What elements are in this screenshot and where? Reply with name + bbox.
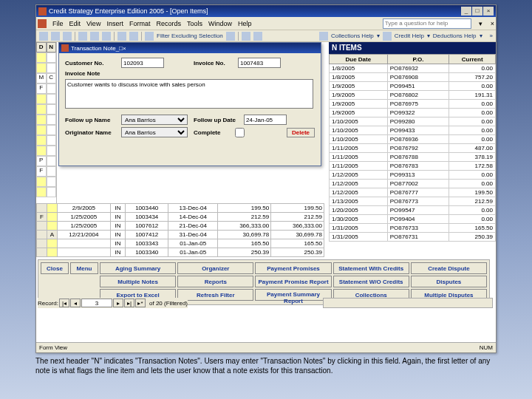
inner-close-button[interactable]: × (123, 45, 126, 52)
menu-window[interactable]: Window (208, 20, 232, 27)
menu-button-bottom[interactable]: Menu (70, 262, 98, 274)
table-row[interactable]: F1/25/2005IN100343414-Dec-04212.59212.59 (37, 213, 324, 222)
table-row[interactable]: 1/12/2005PO993130.00 (330, 171, 496, 180)
table-row[interactable]: 1/30/2005PO994040.00 (330, 215, 496, 224)
print-icon[interactable] (63, 32, 72, 41)
delete-button[interactable]: Delete (287, 128, 315, 137)
form-icon (61, 44, 69, 52)
table-row[interactable]: 1/11/2005PO876788378.19 (330, 153, 496, 162)
menu-edit[interactable]: Edit (69, 20, 81, 27)
originator-name-select[interactable]: Ana Barrios (121, 127, 188, 137)
table-row[interactable]: 2/9/2005IN100344013-Dec-04199.50199.50 (37, 204, 324, 213)
statement-credits-button[interactable]: Statement With Credits (333, 262, 409, 274)
nav-new-button[interactable]: ▸* (135, 299, 146, 307)
maximize-button[interactable]: □ (472, 7, 482, 16)
collections-icon[interactable] (319, 32, 328, 41)
table-row[interactable]: 1/10/2005PO992800.00 (330, 117, 496, 126)
followup-date-input[interactable] (244, 115, 287, 125)
table-row[interactable]: 1/11/2005PO876783172.58 (330, 162, 496, 171)
table-row[interactable]: 1/8/2005PO8769320.00 (330, 64, 496, 73)
complete-checkbox[interactable] (235, 128, 245, 137)
inner-title-text: Transaction Note (71, 45, 116, 52)
cut-icon[interactable] (78, 32, 87, 41)
table-row[interactable]: 1/11/2005PO876792487.00 (330, 144, 496, 153)
invoice-note-textarea[interactable]: Customer wants to discuss invoice with s… (65, 79, 313, 109)
nav-first-button[interactable]: |◂ (59, 299, 69, 307)
table-row[interactable]: 1/10/2005PO8769360.00 (330, 135, 496, 144)
table-row[interactable]: 1/13/2005PO876773212.59 (330, 197, 496, 206)
horizontal-scrollbar[interactable] (323, 298, 493, 308)
table-row[interactable]: 1/9/2005PO876802191.31 (330, 91, 496, 100)
paste-icon[interactable] (102, 32, 111, 41)
new-record-icon[interactable] (242, 32, 250, 41)
col-due-date[interactable]: Due Date (330, 55, 388, 64)
reports-button[interactable]: Reports (177, 276, 253, 287)
help-dropdown-icon[interactable]: ▾ (477, 20, 485, 27)
menu-records[interactable]: Records (156, 20, 181, 27)
delete-record-icon[interactable] (253, 32, 262, 41)
sort-desc-icon[interactable] (129, 32, 138, 41)
create-dispute-button[interactable]: Create Dispute (411, 262, 487, 274)
filter-excluding-link[interactable]: Filter Excluding Selection (157, 33, 223, 39)
nav-prev-button[interactable]: ◂ (70, 299, 81, 307)
close-button-bottom[interactable]: Close (41, 262, 69, 274)
refresh-filter-button[interactable]: Refresh Filter (177, 289, 253, 301)
find-icon[interactable] (226, 32, 235, 41)
nav-last-button[interactable]: ▸| (124, 299, 134, 307)
save-icon[interactable] (51, 32, 60, 41)
menu-help[interactable]: Help (238, 20, 252, 27)
minimize-button[interactable]: _ (461, 7, 471, 16)
table-row[interactable]: 1/9/2005PO993220.00 (330, 109, 496, 117)
collections-help-link[interactable]: Collections Help (331, 33, 374, 39)
app-menu-icon[interactable] (38, 19, 47, 28)
table-row[interactable]: 1/12/2005PO8770020.00 (330, 180, 496, 188)
col-n-header[interactable]: N (47, 42, 57, 52)
sort-asc-icon[interactable] (117, 32, 126, 41)
menu-file[interactable]: File (52, 20, 64, 27)
customer-no-input[interactable] (121, 58, 164, 68)
col-current[interactable]: Current (449, 55, 496, 64)
payment-promises-button[interactable]: Payment Promises (255, 262, 331, 274)
deductions-help-link[interactable]: Deductions Help (433, 33, 477, 39)
record-number-input[interactable] (81, 299, 112, 307)
design-view-icon[interactable] (39, 32, 48, 41)
close-button[interactable]: × (483, 7, 494, 16)
col-po[interactable]: P.O. (387, 55, 449, 64)
statement-wo-credits-button[interactable]: Statement W/O Credits (333, 276, 409, 287)
table-row[interactable]: 1/9/2005PO994510.00 (330, 82, 496, 91)
work-area: D N MC F P F Transaction Note _ (36, 42, 496, 320)
table-row[interactable]: 1/20/2005PO995470.00 (330, 206, 496, 215)
table-row[interactable]: 1/31/2005PO876733165.50 (330, 224, 496, 233)
multiple-notes-button[interactable]: Multiple Notes (100, 276, 176, 287)
menu-format[interactable]: Format (129, 20, 151, 27)
followup-name-select[interactable]: Ana Barrios (121, 115, 188, 125)
organizer-button[interactable]: Organizer (177, 262, 253, 274)
toolbar-chevron-icon[interactable]: » (490, 33, 493, 39)
payment-summary-report-button[interactable]: Payment Summary Report (255, 289, 331, 301)
credit-icon[interactable] (383, 32, 392, 41)
menu-tools[interactable]: Tools (187, 20, 202, 27)
credit-help-link[interactable]: Credit Help (395, 33, 424, 39)
table-row[interactable]: IN100334001-Jan-05250.39250.39 (37, 248, 324, 257)
table-row[interactable]: 1/31/2005PO876731250.39 (330, 233, 496, 242)
copy-icon[interactable] (90, 32, 99, 41)
help-search-input[interactable] (383, 18, 471, 29)
child-close-button[interactable]: × (491, 20, 494, 27)
table-row[interactable]: A12/21/2004IN100741231-Dec-0430,699.7830… (37, 231, 324, 239)
table-row[interactable]: 1/8/2005PO876908757.20 (330, 73, 496, 82)
disputes-button[interactable]: Disputes (411, 276, 487, 287)
nav-next-button[interactable]: ▸ (113, 299, 123, 307)
invoice-no-input[interactable] (238, 58, 281, 68)
table-row[interactable]: 1/25/2005IN100761221-Dec-04366,333.00366… (37, 222, 324, 231)
payment-promise-report-button[interactable]: Payment Promise Report (255, 276, 331, 287)
table-row[interactable]: 1/10/2005PO994330.00 (330, 126, 496, 135)
table-row[interactable]: 1/12/2005PO876777199.50 (330, 188, 496, 197)
table-row[interactable]: IN100334301-Jan-05165.50165.50 (37, 239, 324, 248)
menu-view[interactable]: View (86, 20, 100, 27)
table-row[interactable]: 1/9/2005PO8769750.00 (330, 100, 496, 109)
filter-icon[interactable] (145, 32, 154, 41)
col-d-header[interactable]: D (36, 42, 47, 52)
aging-summary-button[interactable]: Aging Summary (100, 262, 176, 274)
menu-insert[interactable]: Insert (106, 20, 123, 27)
open-items-banner: N ITEMS (329, 42, 496, 54)
